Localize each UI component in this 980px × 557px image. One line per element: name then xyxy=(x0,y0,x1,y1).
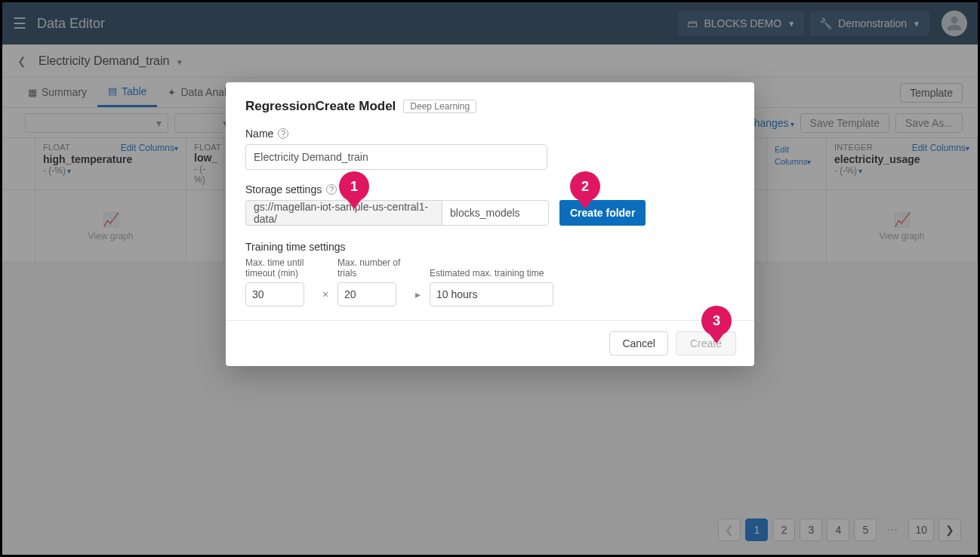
create-model-modal: RegressionCreate Model Deep Learning Nam… xyxy=(226,82,754,366)
cancel-button[interactable]: Cancel xyxy=(609,331,668,355)
storage-label: Storage settings ? xyxy=(245,183,735,195)
estimate-label: Estimated max. training time xyxy=(430,268,553,278)
model-type-tag: Deep Learning xyxy=(403,100,476,113)
create-folder-button[interactable]: Create folder xyxy=(559,200,646,226)
estimate-output: 10 hours xyxy=(430,282,553,306)
create-button[interactable]: Create xyxy=(676,331,736,355)
multiply-icon: × xyxy=(321,288,330,300)
trials-label: Max. number of trials xyxy=(337,257,405,279)
timeout-label: Max. time until timeout (min) xyxy=(245,257,313,279)
help-icon[interactable]: ? xyxy=(326,184,337,195)
training-label: Training time settings xyxy=(245,241,735,253)
storage-prefix: gs://magellan-iot-sample-us-central1-dat… xyxy=(245,200,442,226)
arrow-right-icon: ▸ xyxy=(413,288,422,300)
timeout-input[interactable]: 30 xyxy=(245,282,304,306)
name-input[interactable] xyxy=(245,144,547,170)
modal-title: RegressionCreate Model Deep Learning xyxy=(245,99,735,114)
trials-input[interactable]: 20 xyxy=(337,282,396,306)
help-icon[interactable]: ? xyxy=(278,128,288,139)
storage-folder-input[interactable] xyxy=(442,200,549,226)
name-label: Name ? xyxy=(245,128,735,140)
